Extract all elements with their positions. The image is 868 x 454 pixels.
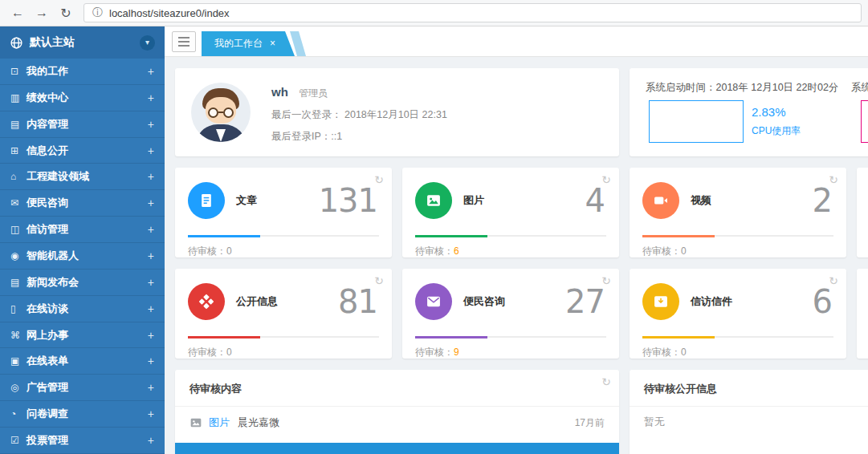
empty-placeholder: 暂无 xyxy=(630,407,868,437)
stat-card-petition-letters: ↻ 信访信件 6 待审核：0 xyxy=(630,269,846,359)
pending-public-info-card: 待审核公开信息 暂无 xyxy=(630,370,868,454)
sidebar-item-engineering[interactable]: ⌂ 工程建设领域 + xyxy=(0,164,165,190)
sidebar-item-online-services[interactable]: ⌘ 网上办事 + xyxy=(0,322,165,349)
globe-icon xyxy=(10,36,23,50)
article-count: 131 xyxy=(319,182,377,219)
expand-plus-icon: + xyxy=(148,355,154,367)
expand-plus-icon: + xyxy=(148,407,154,420)
pie-chart-icon: ◔ xyxy=(10,408,26,420)
pending-review: 待审核：0 xyxy=(642,346,833,359)
newspaper-icon: ▤ xyxy=(10,277,26,288)
content-type-link[interactable]: 图片 xyxy=(209,415,230,430)
network-icon: ⌘ xyxy=(10,330,26,341)
content-author: 晨光嘉微 xyxy=(238,415,279,430)
inbox-icon xyxy=(642,283,679,320)
expand-plus-icon: + xyxy=(148,170,154,183)
pending-public-title: 待审核公开信息 xyxy=(630,370,868,407)
expand-plus-icon: + xyxy=(148,381,154,394)
row-highlight-bar xyxy=(175,443,619,454)
image-count: 4 xyxy=(585,182,605,219)
building-icon: ⌂ xyxy=(10,171,26,182)
sidebar-item-robot[interactable]: ◉ 智能机器人 + xyxy=(0,243,165,270)
system-card: 系统启动时间：2018年 12月10日 22时02分 2.83% CPU使用率 … xyxy=(630,68,868,156)
sidebar-item-voting[interactable]: ☑ 投票管理 + xyxy=(0,428,165,454)
sidebar-item-press[interactable]: ▤ 新闻发布会 + xyxy=(0,270,165,296)
refresh-icon[interactable]: ↻ xyxy=(601,375,611,388)
sidebar-item-ads[interactable]: ◎ 广告管理 + xyxy=(0,375,165,401)
user-role: 管理员 xyxy=(299,87,328,99)
back-icon[interactable]: ← xyxy=(8,6,27,20)
tab-bar: 我的工作台× xyxy=(165,26,868,57)
ballot-icon: ☑ xyxy=(10,435,26,446)
mail-icon xyxy=(415,283,452,320)
dashboard: wh 管理员 最后一次登录： 2018年12月10日 22:31 最后登录IP：… xyxy=(165,57,868,454)
tab-close-icon[interactable]: × xyxy=(270,38,275,49)
robot-icon: ◉ xyxy=(10,250,26,261)
expand-plus-icon: + xyxy=(148,223,154,236)
pending-content-card: ↻ 待审核内容 图片 晨光嘉微 17月前 xyxy=(175,370,619,454)
envelope-icon: ✉ xyxy=(10,197,26,209)
profile-card: wh 管理员 最后一次登录： 2018年12月10日 22:31 最后登录IP：… xyxy=(175,68,619,156)
sidebar-item-petition[interactable]: ◫ 信访管理 + xyxy=(0,217,165,243)
sidebar-item-content[interactable]: ▤ 内容管理 + xyxy=(0,111,165,138)
expand-plus-icon: + xyxy=(148,65,154,78)
sidebar: 默认主站 ▾ ⊡ 我的工作 + ▥ 绩效中心 + ▤ 内容管理 + ⊞ 信息公开 xyxy=(0,26,165,454)
stat-card-articles: ↻ 文章 131 待审核：0 xyxy=(175,168,392,257)
page-info-icon[interactable]: ⓘ xyxy=(92,6,103,20)
grid-icon: ⊞ xyxy=(10,145,26,156)
consultation-count: 27 xyxy=(565,283,605,320)
image-icon xyxy=(415,182,452,219)
sidebar-item-my-work[interactable]: ⊡ 我的工作 + xyxy=(0,59,165,85)
browser-toolbar: ← → ↻ ⓘ localhost/siteazure0/index xyxy=(0,0,868,26)
system-memory-label-partial: 系统 xyxy=(851,81,868,95)
sidebar-item-info-disclosure[interactable]: ⊞ 信息公开 + xyxy=(0,138,165,164)
stat-card-partial xyxy=(857,269,868,359)
stat-card-partial xyxy=(857,168,868,257)
public-info-count: 81 xyxy=(338,283,377,320)
reload-icon[interactable]: ↻ xyxy=(56,6,75,21)
sidebar-item-consultation[interactable]: ✉ 便民咨询 + xyxy=(0,190,165,217)
expand-plus-icon: + xyxy=(148,118,154,131)
cpu-label: CPU使用率 xyxy=(752,124,801,138)
sidebar-item-interview[interactable]: ▯ 在线访谈 + xyxy=(0,296,165,322)
memory-gauge-box xyxy=(861,100,868,143)
video-count: 2 xyxy=(813,182,832,219)
sidebar-item-survey[interactable]: ◔ 问卷调查 + xyxy=(0,401,165,428)
pending-review: 待审核：0 xyxy=(188,245,379,258)
article-icon xyxy=(188,182,225,219)
expand-plus-icon: + xyxy=(148,329,154,342)
username: wh xyxy=(271,85,288,99)
image-type-icon xyxy=(189,416,202,429)
content-time: 17月前 xyxy=(575,416,605,430)
cpu-percent: 2.83% xyxy=(752,105,801,119)
collapse-sidebar-button[interactable] xyxy=(172,31,196,52)
last-ip-line: 最后登录IP：::1 xyxy=(271,130,447,144)
megaphone-icon: ◎ xyxy=(10,382,26,393)
archive-icon: ◫ xyxy=(10,224,26,235)
monitor-icon: ⊡ xyxy=(10,66,26,77)
sidebar-item-forms[interactable]: ▣ 在线表单 + xyxy=(0,348,165,375)
expand-plus-icon: + xyxy=(148,434,154,447)
pending-review: 待审核：0 xyxy=(188,346,379,359)
tab-workbench[interactable]: 我的工作台× xyxy=(202,31,295,56)
sidebar-item-performance[interactable]: ▥ 绩效中心 + xyxy=(0,85,165,111)
stat-card-consultation: ↻ 便民咨询 27 待审核：9 xyxy=(402,269,619,359)
sidebar-menu: ⊡ 我的工作 + ▥ 绩效中心 + ▤ 内容管理 + ⊞ 信息公开 + ⌂ 工程 xyxy=(0,59,165,454)
address-bar[interactable]: ⓘ localhost/siteazure0/index xyxy=(84,3,862,22)
expand-plus-icon: + xyxy=(148,276,154,289)
forward-icon[interactable]: → xyxy=(32,6,51,20)
sidebar-header: 默认主站 ▾ xyxy=(0,26,165,59)
sidebar-collapse-button[interactable]: ▾ xyxy=(140,35,155,51)
last-login-line: 最后一次登录： 2018年12月10日 22:31 xyxy=(271,108,447,122)
bar-chart-icon: ▥ xyxy=(10,92,26,103)
pending-content-title: 待审核内容 xyxy=(175,370,619,407)
expand-plus-icon: + xyxy=(148,249,154,262)
form-icon: ▣ xyxy=(10,355,26,367)
pending-content-row: 图片 晨光嘉微 17月前 xyxy=(175,407,619,439)
microphone-icon: ▯ xyxy=(10,303,26,314)
expand-plus-icon: + xyxy=(148,144,154,157)
video-icon xyxy=(642,182,679,219)
avatar xyxy=(191,83,251,142)
apps-grid-icon xyxy=(188,283,225,320)
expand-plus-icon: + xyxy=(148,91,154,104)
